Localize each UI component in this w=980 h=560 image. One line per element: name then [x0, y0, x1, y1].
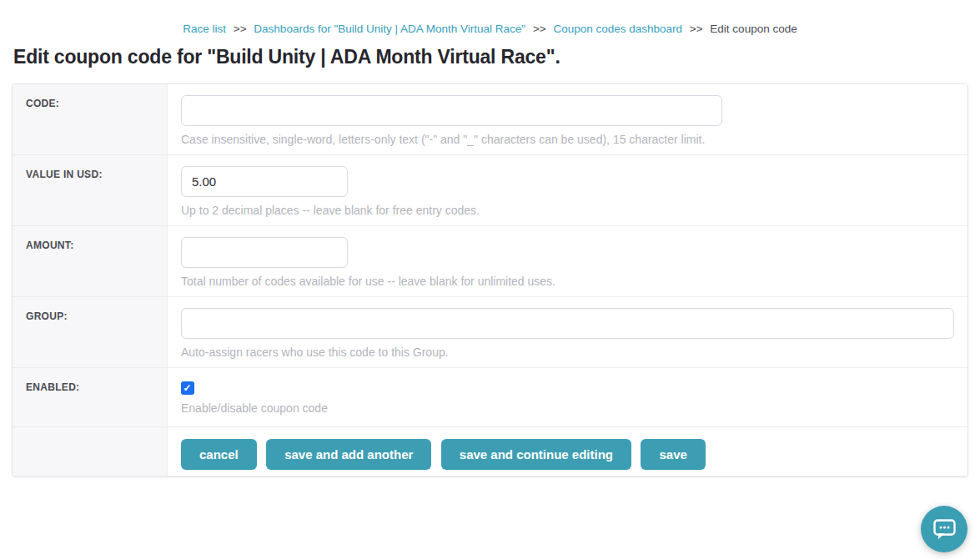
breadcrumb: Race list >> Dashboards for "Build Unity…: [0, 0, 980, 35]
enabled-help-text: Enable/disable coupon code: [181, 401, 954, 415]
code-input[interactable]: [181, 95, 722, 126]
code-help-text: Case insensitive, single-word, letters-o…: [181, 133, 954, 146]
form-actions-row: cancel save and add another save and con…: [13, 427, 967, 476]
form-row-enabled: ENABLED: Enable/disable coupon code: [13, 368, 967, 427]
breadcrumb-link-race-list[interactable]: Race list: [183, 23, 226, 35]
edit-coupon-form: CODE: Case insensitive, single-word, let…: [12, 83, 968, 477]
group-input[interactable]: [181, 308, 954, 339]
breadcrumb-separator: >>: [533, 23, 546, 35]
save-button[interactable]: save: [641, 439, 705, 470]
form-row-value-in-usd: VALUE IN USD: Up to 2 decimal places -- …: [13, 155, 967, 226]
amount-label: AMOUNT:: [13, 226, 168, 296]
chat-bubble-icon: [933, 519, 956, 540]
code-label: CODE:: [13, 84, 168, 154]
chat-button[interactable]: [921, 506, 967, 552]
enabled-label: ENABLED:: [13, 368, 168, 426]
cancel-button[interactable]: cancel: [181, 439, 257, 470]
actions-label-spacer: [13, 427, 168, 476]
enabled-checkbox[interactable]: [181, 381, 194, 395]
group-help-text: Auto-assign racers who use this code to …: [181, 346, 954, 359]
breadcrumb-current: Edit coupon code: [710, 23, 797, 35]
save-and-add-another-button[interactable]: save and add another: [266, 439, 431, 470]
value-in-usd-help-text: Up to 2 decimal places -- leave blank fo…: [181, 204, 954, 217]
form-row-amount: AMOUNT: Total number of codes available …: [13, 226, 967, 297]
value-in-usd-input[interactable]: [181, 166, 348, 197]
value-in-usd-label: VALUE IN USD:: [13, 155, 168, 225]
group-label: GROUP:: [13, 297, 168, 367]
save-and-continue-editing-button[interactable]: save and continue editing: [441, 439, 631, 470]
breadcrumb-separator: >>: [234, 23, 247, 35]
breadcrumb-separator: >>: [690, 23, 703, 35]
breadcrumb-link-dashboards[interactable]: Dashboards for "Build Unity | ADA Month …: [254, 23, 525, 35]
breadcrumb-link-coupon-codes-dashboard[interactable]: Coupon codes dashboard: [553, 23, 682, 35]
amount-input[interactable]: [181, 237, 348, 268]
amount-help-text: Total number of codes available for use …: [181, 275, 954, 288]
form-row-code: CODE: Case insensitive, single-word, let…: [13, 84, 967, 155]
form-row-group: GROUP: Auto-assign racers who use this c…: [13, 297, 967, 368]
page-title: Edit coupon code for "Build Unity | ADA …: [13, 46, 967, 68]
